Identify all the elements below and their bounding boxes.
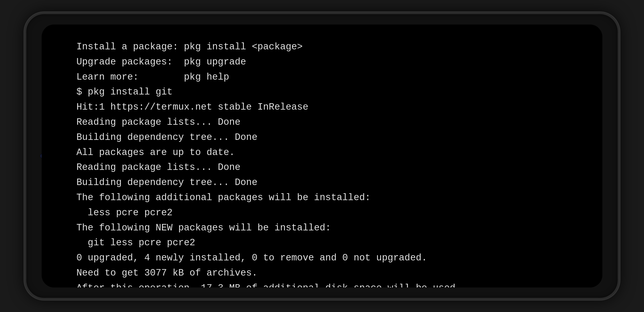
terminal-line: $ pkg install git (76, 84, 578, 100)
terminal-line: The following additional packages will b… (76, 190, 578, 205)
terminal-line: Upgrade packages: pkg upgrade (76, 54, 578, 70)
terminal-line: Reading package lists... Done (76, 115, 578, 130)
terminal-output[interactable]: Install a package: pkg install <package>… (42, 24, 602, 288)
terminal-line: Need to get 3077 kB of archives. (76, 266, 578, 281)
phone-device: Install a package: pkg install <package>… (24, 12, 620, 300)
terminal-line: git less pcre pcre2 (76, 235, 578, 250)
terminal-line: Building dependency tree... Done (76, 175, 578, 190)
terminal-line: less pcre pcre2 (76, 205, 578, 220)
terminal-line: Hit:1 https://termux.net stable InReleas… (76, 100, 578, 115)
terminal-line: 0 upgraded, 4 newly installed, 0 to remo… (76, 250, 578, 266)
terminal-line: After this operation, 17.3 MB of additio… (76, 281, 578, 288)
volume-down-button[interactable] (24, 111, 25, 133)
power-button[interactable] (619, 94, 620, 128)
volume-up-button[interactable] (24, 84, 25, 106)
phone-screen: Install a package: pkg install <package>… (42, 24, 602, 288)
terminal-line: Learn more: pkg help (76, 70, 578, 85)
terminal-line: All packages are up to date. (76, 145, 578, 160)
terminal-line: The following NEW packages will be insta… (76, 220, 578, 236)
terminal-line: Reading package lists... Done (76, 160, 578, 175)
terminal-line: Building dependency tree... Done (76, 130, 578, 145)
terminal-line: Install a package: pkg install <package> (76, 40, 578, 54)
